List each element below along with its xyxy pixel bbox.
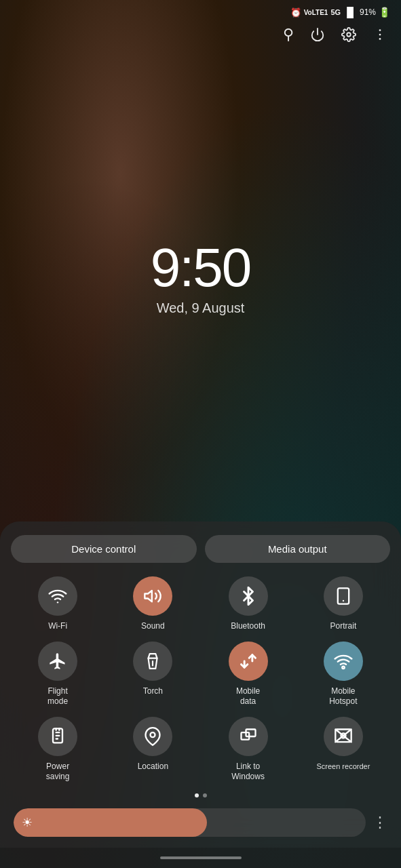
svg-point-4 (379, 38, 381, 40)
search-icon[interactable]: ⚲ (283, 26, 294, 43)
signal-icon: ▐▌ (343, 7, 357, 18)
link-windows-icon (229, 717, 268, 756)
brightness-more-icon[interactable]: ⋮ (373, 814, 387, 831)
power-saving-label: Powersaving (46, 762, 70, 783)
screen-recorder-icon (324, 717, 363, 756)
tile-power-saving[interactable]: Powersaving (14, 717, 102, 783)
tile-flight-mode[interactable]: Flightmode (14, 642, 102, 707)
brightness-fill: ☀ (14, 808, 207, 837)
svg-marker-6 (145, 591, 153, 601)
tile-portrait[interactable]: Portrait (299, 576, 387, 632)
flight-mode-label: Flightmode (47, 686, 68, 707)
power-icon[interactable] (310, 27, 325, 42)
settings-icon[interactable] (341, 27, 356, 42)
torch-label: Torch (143, 686, 163, 697)
mobile-data-label: Mobiledata (236, 686, 260, 707)
clock-date: Wed, 9 August (157, 300, 245, 316)
status-icons: ⏰ VoLTE1 5G ▐▌ 91% 🔋 (290, 7, 390, 18)
location-icon (133, 717, 172, 756)
wifi-icon (38, 576, 77, 616)
page-indicators (11, 793, 390, 797)
screen-recorder-label: Screen recorder (316, 762, 370, 771)
tile-mobile-hotspot[interactable]: MobileHotspot (299, 642, 387, 707)
torch-icon (133, 642, 172, 681)
tile-location[interactable]: Location (109, 717, 197, 783)
battery-icon: 🔋 (379, 7, 390, 18)
clock-time: 9:50 (151, 241, 251, 295)
bluetooth-label: Bluetooth (231, 621, 265, 632)
brightness-bar-row: ☀ ⋮ (11, 808, 390, 848)
quick-controls: ⚲ (0, 20, 401, 49)
airplane-icon (38, 642, 77, 681)
tile-wifi[interactable]: Wi-Fi (14, 576, 102, 632)
sound-icon (133, 576, 172, 616)
more-icon[interactable] (373, 27, 387, 42)
device-control-button[interactable]: Device control (11, 535, 197, 563)
tile-torch[interactable]: Torch (109, 642, 197, 707)
panel-buttons: Device control Media output (11, 535, 390, 563)
home-bar[interactable] (160, 856, 242, 859)
status-bar: ⏰ VoLTE1 5G ▐▌ 91% 🔋 (0, 0, 401, 20)
5g-icon: 5G (330, 8, 341, 16)
alarm-icon: ⏰ (290, 7, 301, 18)
link-windows-label: Link toWindows (231, 762, 265, 783)
tile-screen-recorder[interactable]: Screen recorder (299, 717, 387, 783)
sound-label: Sound (141, 621, 165, 632)
brightness-slider[interactable]: ☀ (14, 808, 366, 837)
home-indicator (0, 848, 401, 868)
svg-rect-7 (338, 588, 349, 604)
tile-link-windows[interactable]: Link toWindows (204, 717, 292, 783)
portrait-label: Portrait (330, 621, 357, 632)
battery-percent: 91% (360, 7, 376, 17)
mobile-data-icon (229, 642, 268, 681)
tile-sound[interactable]: Sound (109, 576, 197, 632)
brightness-sun-icon: ☀ (22, 815, 33, 830)
tile-bluetooth[interactable]: Bluetooth (204, 576, 292, 632)
tile-mobile-data[interactable]: Mobiledata (204, 642, 292, 707)
location-label: Location (138, 762, 168, 772)
wifi-label: Wi-Fi (48, 621, 67, 632)
hotspot-icon (324, 642, 363, 681)
svg-point-1 (347, 33, 351, 37)
svg-point-12 (151, 732, 155, 737)
portrait-icon (324, 576, 363, 616)
clock-area: 9:50 Wed, 9 August (0, 49, 401, 521)
media-output-button[interactable]: Media output (205, 535, 391, 563)
svg-point-10 (342, 666, 345, 669)
page-dot-2[interactable] (203, 793, 207, 797)
svg-point-3 (379, 34, 381, 36)
svg-point-2 (379, 29, 381, 31)
power-save-icon (38, 717, 77, 756)
mobile-hotspot-label: MobileHotspot (329, 686, 357, 707)
page-dot-1[interactable] (195, 793, 199, 797)
tiles-grid: Wi-Fi Sound Bluetooth (11, 576, 390, 783)
bluetooth-icon (229, 576, 268, 616)
bottom-panel: Device control Media output Wi-Fi (0, 521, 401, 848)
volte-icon: VoLTE1 (304, 9, 328, 16)
